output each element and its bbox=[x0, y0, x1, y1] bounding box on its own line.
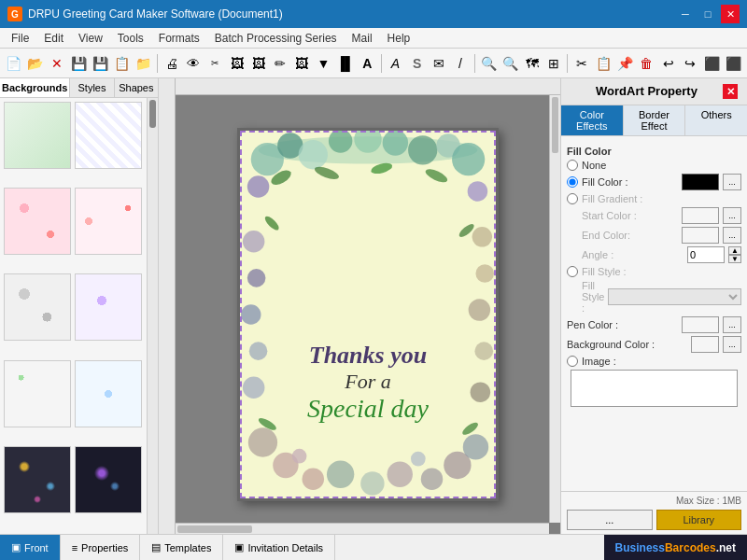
tb-preview[interactable]: 👁 bbox=[184, 52, 204, 75]
status-btn-invitation[interactable]: ▣ Invitation Details bbox=[223, 535, 335, 560]
rp-tab-others[interactable]: Others bbox=[685, 105, 747, 135]
tb-zoom4[interactable]: ⊞ bbox=[543, 52, 563, 75]
scroll-thumb-horizontal[interactable] bbox=[177, 525, 252, 533]
tb-art1[interactable]: A bbox=[386, 52, 405, 75]
list-item[interactable] bbox=[4, 188, 71, 255]
tb-redo[interactable]: ↪ bbox=[680, 52, 699, 75]
image-radio[interactable] bbox=[567, 356, 578, 367]
tb-save4[interactable]: 📁 bbox=[134, 52, 153, 75]
tb-pen[interactable]: ✏ bbox=[270, 52, 289, 75]
tb-mail[interactable]: ✉ bbox=[429, 52, 448, 75]
list-item[interactable] bbox=[75, 446, 142, 513]
tb-extra1[interactable]: ⬛ bbox=[701, 52, 721, 75]
fill-color-picker-button[interactable]: ... bbox=[723, 174, 741, 190]
rp-tab-border-effect[interactable]: Border Effect bbox=[624, 105, 686, 135]
tb-art2[interactable]: S bbox=[407, 52, 427, 75]
tb-undo[interactable]: ↩ bbox=[658, 52, 678, 75]
title-bar: G DRPU Greeting Card Maker Software (Doc… bbox=[0, 0, 747, 28]
tb-cut[interactable]: ✂ bbox=[205, 52, 225, 75]
tb-zoom3[interactable]: 🗺 bbox=[522, 52, 542, 75]
tab-shapes[interactable]: Shapes bbox=[115, 78, 158, 97]
tb-cut2[interactable]: ✂ bbox=[571, 52, 591, 75]
menu-mail[interactable]: Mail bbox=[345, 30, 380, 47]
list-item[interactable] bbox=[75, 102, 142, 169]
bg-color-swatch[interactable] bbox=[691, 336, 719, 353]
tb-paste[interactable]: 📌 bbox=[615, 52, 635, 75]
list-item[interactable] bbox=[75, 188, 142, 255]
start-color-picker-button[interactable]: ... bbox=[723, 207, 741, 224]
angle-spin-down[interactable]: ▼ bbox=[728, 255, 741, 263]
tb-barcode[interactable]: ▐▌ bbox=[335, 52, 356, 75]
tb-save3[interactable]: 📋 bbox=[112, 52, 132, 75]
close-button[interactable]: ✕ bbox=[721, 5, 740, 23]
right-panel-close-button[interactable]: ✕ bbox=[723, 84, 738, 99]
tb-copy[interactable]: 📋 bbox=[593, 52, 613, 75]
business-barcodes-badge: Business Barcodes .net bbox=[604, 535, 747, 560]
tb-new[interactable]: 📄 bbox=[4, 52, 23, 75]
image-browse-button[interactable]: ... bbox=[567, 510, 653, 530]
menu-formats[interactable]: Formats bbox=[151, 30, 207, 47]
minimize-button[interactable]: ─ bbox=[676, 5, 695, 23]
list-item[interactable] bbox=[75, 273, 142, 341]
list-item[interactable] bbox=[4, 273, 71, 341]
list-item[interactable] bbox=[4, 446, 71, 513]
canvas-scrollbar-vertical[interactable] bbox=[549, 95, 560, 523]
menu-file[interactable]: File bbox=[4, 30, 36, 47]
canvas-scrollbar-horizontal[interactable] bbox=[176, 523, 549, 534]
tb-line[interactable]: / bbox=[450, 52, 470, 75]
angle-spin-up[interactable]: ▲ bbox=[728, 246, 741, 255]
fill-gradient-radio[interactable] bbox=[567, 193, 578, 204]
canvas-content[interactable]: Thanks you For a Special day bbox=[176, 95, 560, 534]
fill-style-radio[interactable] bbox=[567, 266, 578, 277]
end-color-swatch[interactable] bbox=[682, 227, 719, 244]
tb-print[interactable]: 🖨 bbox=[162, 52, 181, 75]
scrollbar-thumb[interactable] bbox=[149, 100, 156, 128]
panel-scrollbar[interactable] bbox=[147, 98, 158, 534]
start-color-swatch[interactable] bbox=[682, 207, 719, 224]
status-btn-properties[interactable]: ≡ Properties bbox=[61, 535, 141, 560]
image-path-input[interactable] bbox=[571, 370, 738, 407]
list-item[interactable] bbox=[75, 360, 142, 427]
tb-zoom1[interactable]: 🔍 bbox=[479, 52, 499, 75]
fill-gradient-label: Fill Gradient : bbox=[582, 193, 741, 204]
tb-close[interactable]: ✕ bbox=[47, 52, 66, 75]
tb-open[interactable]: 📂 bbox=[25, 52, 45, 75]
library-button[interactable]: Library bbox=[656, 510, 742, 530]
fill-color-radio[interactable] bbox=[567, 176, 578, 188]
angle-input[interactable] bbox=[687, 246, 725, 263]
greeting-card[interactable]: Thanks you For a Special day bbox=[237, 128, 499, 501]
tb-extra2[interactable]: ⬛ bbox=[724, 52, 743, 75]
status-btn-front[interactable]: ▣ Front bbox=[0, 535, 61, 560]
tb-text[interactable]: A bbox=[358, 52, 377, 75]
tb-save[interactable]: 💾 bbox=[69, 52, 89, 75]
fill-none-radio[interactable] bbox=[567, 160, 578, 171]
end-color-picker-button[interactable]: ... bbox=[723, 227, 741, 244]
menu-batch[interactable]: Batch Processing Series bbox=[207, 30, 345, 47]
menu-help[interactable]: Help bbox=[380, 30, 418, 47]
tb-save2[interactable]: 💾 bbox=[91, 52, 110, 75]
tab-backgrounds[interactable]: Backgrounds bbox=[0, 78, 70, 97]
tb-arrow[interactable]: ▼ bbox=[314, 52, 333, 75]
tb-del[interactable]: 🗑 bbox=[637, 52, 656, 75]
list-item[interactable] bbox=[4, 360, 71, 427]
status-btn-templates[interactable]: ▤ Templates bbox=[140, 535, 223, 560]
maximize-button[interactable]: □ bbox=[698, 5, 717, 23]
pen-color-swatch[interactable] bbox=[682, 316, 719, 333]
menu-tools[interactable]: Tools bbox=[110, 30, 151, 47]
right-panel-tabs: Color Effects Border Effect Others bbox=[561, 105, 747, 136]
tb-zoom2[interactable]: 🔍 bbox=[500, 52, 520, 75]
rp-tab-color-effects[interactable]: Color Effects bbox=[561, 105, 624, 135]
bg-color-picker-button[interactable]: ... bbox=[723, 336, 741, 353]
pen-color-picker-button[interactable]: ... bbox=[723, 316, 741, 333]
list-item[interactable] bbox=[4, 102, 71, 169]
fill-color-swatch[interactable] bbox=[682, 174, 719, 190]
tab-styles[interactable]: Styles bbox=[70, 78, 114, 97]
fill-style-select-label: Fill Style : bbox=[567, 280, 604, 314]
tb-img2[interactable]: 🖼 bbox=[248, 52, 268, 75]
scroll-thumb-vertical[interactable] bbox=[552, 97, 558, 153]
tb-img1[interactable]: 🖼 bbox=[227, 52, 247, 75]
menu-view[interactable]: View bbox=[71, 30, 110, 47]
menu-edit[interactable]: Edit bbox=[36, 30, 71, 47]
tb-img3[interactable]: 🖼 bbox=[292, 52, 312, 75]
fill-style-select[interactable] bbox=[608, 288, 741, 305]
